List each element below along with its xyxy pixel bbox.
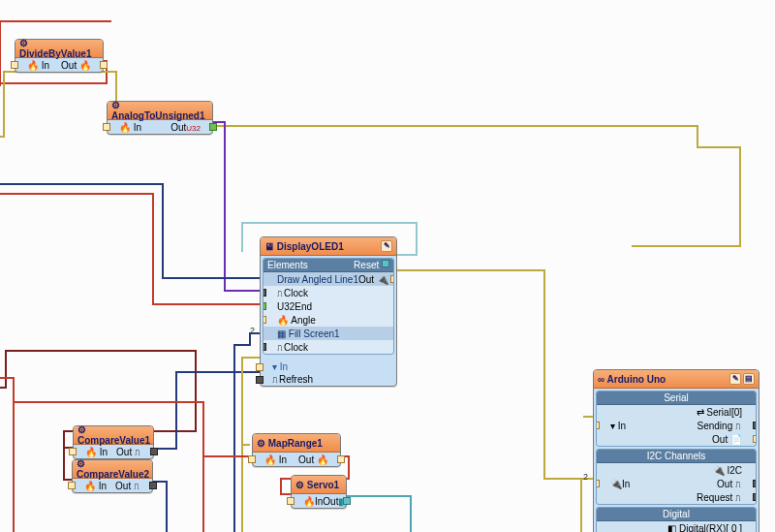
port-pin-refresh[interactable]: [256, 376, 264, 384]
port-pin-in[interactable]: [287, 497, 294, 505]
visuino-canvas[interactable]: ⚙ DivideByValue1 🔥 In Out 🔥 ⚙ AnalogToUn…: [0, 0, 775, 532]
port-label: Out: [115, 481, 131, 491]
node-title: Servo1: [307, 480, 339, 490]
port-pin-out[interactable]: [209, 123, 217, 131]
node-map-range[interactable]: ⚙ MapRange1 🔥 In Out 🔥: [252, 433, 341, 467]
port-pin-out[interactable]: [753, 435, 757, 443]
node-icon: ⚙: [78, 424, 86, 435]
port-label: In: [279, 454, 287, 465]
port-label: Out: [323, 496, 338, 507]
port-pin-reset[interactable]: [382, 260, 389, 267]
port-pin-out[interactable]: [149, 482, 157, 489]
port-pin-in[interactable]: [256, 363, 264, 371]
node-icon: ⚙: [19, 38, 28, 48]
section-title: Elements: [267, 260, 308, 270]
row-label: Digital(RX)[ 0 ]: [679, 523, 742, 533]
port-label: In: [622, 479, 630, 489]
port-pin-i2c-out[interactable]: [753, 480, 757, 487]
port-type: U32: [277, 301, 294, 312]
node-analog-to-unsigned[interactable]: ⚙ AnalogToUnsigned1 🔥 In OutU32: [107, 101, 213, 135]
tool-icon[interactable]: ▤: [743, 373, 755, 385]
port-label: Sending: [698, 421, 733, 431]
section-title: Digital: [597, 508, 756, 521]
digital-icon: ◧: [667, 523, 676, 533]
row-label: Serial[0]: [706, 407, 742, 418]
port-pin-out[interactable]: [343, 497, 351, 505]
serial-icon: ⇄: [697, 407, 704, 418]
port-pin-in[interactable]: [248, 455, 256, 463]
node-icon: ∞: [598, 374, 604, 385]
titlebar[interactable]: ⚙ CompareValue2: [73, 460, 152, 479]
titlebar[interactable]: ⚙ CompareValue1: [74, 426, 153, 445]
port-label: Clock: [284, 288, 308, 298]
section-title: Serial: [597, 391, 756, 405]
node-title: MapRange1: [268, 438, 323, 449]
port-pin-i2c-in[interactable]: [596, 480, 600, 487]
port-label: In: [280, 361, 288, 372]
port-label: End: [294, 301, 312, 312]
element-label[interactable]: Fill Screen1: [289, 329, 340, 339]
port-pin-out[interactable]: [100, 61, 108, 69]
node-title: DisplayOLED1: [277, 241, 344, 252]
port-pin-out[interactable]: [390, 275, 394, 283]
titlebar[interactable]: ⚙ MapRange1: [253, 434, 340, 453]
port-label: Out: [298, 454, 314, 465]
port-pin-end[interactable]: [263, 302, 266, 310]
node-servo[interactable]: ⚙ Servo1 🔥In Out◧: [291, 475, 347, 509]
port-pin-in[interactable]: [596, 422, 600, 429]
titlebar[interactable]: ⚙ Servo1: [292, 476, 346, 494]
port-pin-out[interactable]: [337, 455, 345, 463]
tool-icon[interactable]: ✎: [381, 240, 392, 252]
index-badge: 2: [583, 472, 588, 482]
port-pin-out[interactable]: [150, 448, 158, 455]
port-pin-in[interactable]: [11, 61, 18, 69]
port-label: Out: [358, 274, 374, 285]
node-icon: ⚙: [111, 100, 120, 110]
fill-icon: ▦: [277, 329, 286, 339]
titlebar[interactable]: ⚙ AnalogToUnsigned1: [108, 102, 212, 120]
node-compare-value-1[interactable]: ⚙ CompareValue1 🔥 In Out ⎍: [73, 425, 154, 459]
port-label: In: [134, 122, 141, 133]
node-icon: 🖥: [264, 241, 274, 252]
port-pin-in[interactable]: [68, 482, 76, 489]
port-label: Out: [61, 60, 77, 71]
node-title: Arduino Uno: [607, 374, 666, 385]
node-display-oled[interactable]: 🖥 DisplayOLED1 ✎ Elements Reset Draw Ang…: [260, 236, 397, 387]
node-divide-by-value[interactable]: ⚙ DivideByValue1 🔥 In Out 🔥: [15, 39, 104, 73]
port-pin-request[interactable]: [753, 493, 757, 501]
index-badge: 2: [250, 326, 255, 335]
port-label: Out: [717, 479, 732, 489]
port-pin-sending[interactable]: [753, 422, 757, 429]
port-label: Out: [116, 447, 132, 457]
row-label: I2C: [727, 465, 742, 476]
node-icon: ⚙: [295, 480, 304, 490]
port-label: Refresh: [279, 374, 313, 385]
port-pin-in[interactable]: [103, 123, 110, 131]
port-label: In: [42, 60, 49, 71]
port-pin-clock2[interactable]: [263, 343, 266, 351]
node-compare-value-2[interactable]: ⚙ CompareValue2 🔥 In Out ⎍: [72, 459, 153, 493]
port-label: In: [100, 447, 108, 457]
i2c-icon: 🔌: [377, 274, 388, 285]
port-label: Clock: [284, 342, 308, 353]
port-label: In: [618, 421, 626, 431]
titlebar[interactable]: 🖥 DisplayOLED1 ✎: [261, 237, 396, 256]
element-label[interactable]: Draw Angled Line1: [264, 274, 358, 285]
port-label: Out: [712, 434, 728, 445]
port-pin-in[interactable]: [69, 448, 77, 455]
port-pin-angle[interactable]: [263, 316, 266, 324]
port-type: U32: [186, 124, 201, 133]
node-arduino-uno[interactable]: ∞ Arduino Uno ✎ ▤ Serial ⇄ Serial[0] ▾ I…: [593, 369, 760, 532]
tool-icon[interactable]: ✎: [729, 373, 741, 385]
section-title: I2C Channels: [597, 450, 756, 463]
i2c-icon: 🔌: [610, 479, 622, 489]
port-pin-clock[interactable]: [263, 289, 266, 297]
port-label: In: [315, 496, 323, 507]
port-label: Angle: [291, 315, 316, 326]
port-label: Request: [697, 492, 732, 503]
port-label: Out: [170, 122, 186, 133]
i2c-icon: 🔌: [713, 465, 725, 476]
titlebar[interactable]: ∞ Arduino Uno ✎ ▤: [594, 370, 759, 389]
titlebar[interactable]: ⚙ DivideByValue1: [16, 40, 103, 58]
section-elements: Elements Reset Draw Angled Line1 Out 🔌 ⎍…: [263, 258, 394, 355]
